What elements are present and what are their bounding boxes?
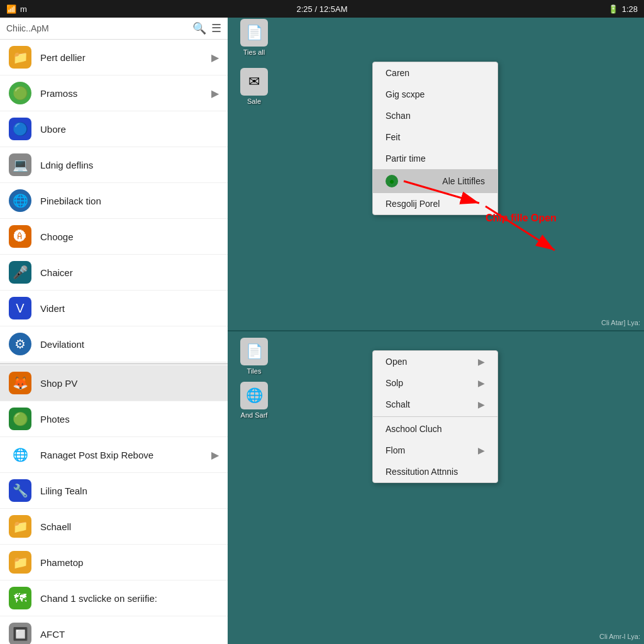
app-icon-10: 🦊: [9, 372, 31, 394]
context-item-label-top-6: Ale Littifles: [442, 176, 485, 186]
app-item-4[interactable]: 💻Ldnig deflins: [0, 147, 228, 183]
app-item-14[interactable]: 📁Schaell: [0, 509, 228, 545]
chip-fille-open-label: Chip fille Open: [486, 213, 557, 224]
app-item-5[interactable]: 🌐Pinebilack tion: [0, 183, 228, 219]
app-icon-17: 🔲: [9, 623, 31, 644]
app-label-15: Phametop: [40, 557, 219, 568]
context-item-arrow-bottom-2: ▶: [478, 378, 485, 388]
context-item-label-bottom-4: Aschool Cluch: [386, 424, 442, 434]
app-item-11[interactable]: 🟢Photes: [0, 401, 228, 437]
app-list: 📁Pert dellier▶🟢Pramoss▶🔵Ubore💻Ldnig defl…: [0, 40, 228, 644]
context-item-label-top-1: Caren: [386, 68, 409, 78]
wifi-icon: 📶: [6, 4, 16, 14]
app-icon-4: 💻: [9, 153, 31, 176]
hamburger-menu-icon[interactable]: ☰: [211, 21, 221, 35]
context-menu-item-top-5[interactable]: Partir time: [373, 148, 497, 169]
app-icon-14: 📁: [9, 515, 31, 538]
app-icon-16: 🗺: [9, 587, 31, 609]
app-icon-9: ⚙: [9, 333, 31, 355]
app-icon-6: 🅐: [9, 225, 31, 248]
context-menu-item-top-3[interactable]: Schan: [373, 105, 497, 126]
context-menu-item-top-2[interactable]: Gig scxpe: [373, 84, 497, 105]
app-item-17[interactable]: 🔲AFCT: [0, 616, 228, 644]
app-icon-5: 🌐: [9, 189, 31, 212]
app-icon-1: 📁: [9, 46, 31, 69]
app-icon-2: 🟢: [9, 82, 31, 104]
app-item-12[interactable]: 🌐Ranaget Post Bxip Rebove▶: [0, 437, 228, 473]
context-menu-item-bottom-6[interactable]: Ressitution Attnnis: [373, 461, 497, 482]
app-item-7[interactable]: 🎤Chaicer: [0, 255, 228, 291]
app-item-9[interactable]: ⚙Devilationt: [0, 326, 228, 362]
app-item-3[interactable]: 🔵Ubore: [0, 111, 228, 147]
app-icon-12: 🌐: [9, 443, 31, 466]
desktop-icon-img-sale: ✉: [240, 68, 268, 96]
app-label-5: Pinebilack tion: [40, 196, 219, 206]
app-label-11: Photes: [40, 414, 219, 425]
carrier-text: m: [20, 4, 27, 14]
app-item-2[interactable]: 🟢Pramoss▶: [0, 75, 228, 111]
app-item-13[interactable]: 🔧Liling Tealn: [0, 473, 228, 509]
app-item-10[interactable]: 🦊Shop PV: [0, 365, 228, 401]
desktop-icon-img-tiles-all: 📄: [240, 19, 268, 47]
app-label-8: Vidert: [40, 303, 219, 314]
context-menu-item-bottom-5[interactable]: Flom▶: [373, 440, 497, 461]
context-menu-item-top-7[interactable]: Resgolij Porel: [373, 193, 497, 214]
context-menu-top: CarenGig scxpeSchanFeitPartir time●Ale L…: [372, 62, 498, 215]
app-label-13: Liling Tealn: [40, 486, 219, 496]
app-item-1[interactable]: 📁Pert dellier▶: [0, 40, 228, 75]
battery-time: 1:28: [622, 4, 638, 14]
status-bar: 📶 m 2:25 / 12:5AM 🔋 1:28: [0, 0, 644, 18]
context-item-label-bottom-2: Solp: [386, 378, 403, 388]
app-icon-11: 🟢: [9, 408, 31, 430]
status-bar-right: 🔋 1:28: [608, 4, 638, 14]
app-item-15[interactable]: 📁Phametop: [0, 545, 228, 580]
context-item-label-bottom-1: Open: [386, 357, 407, 367]
app-label-10: Shop PV: [40, 378, 219, 389]
desktop-icon-tiles[interactable]: 📄Tiles: [234, 338, 274, 375]
desktop-icon-img-tiles: 📄: [240, 338, 268, 365]
context-menu-item-bottom-3[interactable]: Schalt▶: [373, 394, 497, 415]
app-icon-7: 🎤: [9, 261, 31, 284]
app-label-12: Ranaget Post Bxip Rebove: [40, 450, 203, 460]
search-input[interactable]: [6, 23, 187, 33]
app-icon-8: V: [9, 297, 31, 319]
app-label-2: Pramoss: [40, 88, 203, 99]
context-item-label-bottom-3: Schalt: [386, 399, 410, 409]
app-item-8[interactable]: VVidert: [0, 291, 228, 326]
app-label-4: Ldnig deflins: [40, 160, 219, 170]
context-item-label-top-2: Gig scxpe: [386, 89, 425, 99]
desktop-icon-tiles-all[interactable]: 📄Ties all: [234, 19, 274, 56]
context-item-label-bottom-5: Flom: [386, 445, 405, 455]
app-drawer: 🔍 ☰ 📁Pert dellier▶🟢Pramoss▶🔵Ubore💻Ldnig …: [0, 18, 228, 644]
main-area: 🔍 ☰ 📁Pert dellier▶🟢Pramoss▶🔵Ubore💻Ldnig …: [0, 18, 644, 644]
divider: [0, 364, 228, 364]
context-item-label-top-4: Feit: [386, 132, 400, 142]
app-icon-13: 🔧: [9, 479, 31, 502]
app-arrow-1: ▶: [211, 52, 219, 64]
corner-text-top: Cli Atar] Lya:: [601, 319, 640, 326]
signal-icon: 🔋: [608, 4, 618, 14]
app-label-1: Pert dellier: [40, 52, 203, 63]
context-menu-item-bottom-4[interactable]: Aschool Cluch: [373, 418, 497, 440]
context-menu-item-bottom-1[interactable]: Open▶: [373, 351, 497, 372]
desktop-icon-and-sarf[interactable]: 🌐And Sarf: [234, 382, 274, 419]
context-menu-bottom: Open▶Solp▶Schalt▶Aschool CluchFlom▶Ressi…: [372, 350, 498, 483]
context-item-arrow-bottom-1: ▶: [478, 357, 485, 367]
context-menu-item-top-6[interactable]: ●Ale Littifles: [373, 169, 497, 193]
context-item-icon-6: ●: [386, 175, 398, 187]
context-menu-item-bottom-2[interactable]: Solp▶: [373, 372, 497, 394]
desktop-icon-img-and-sarf: 🌐: [240, 382, 268, 409]
search-icon[interactable]: 🔍: [192, 21, 206, 35]
corner-text-bottom: Cli Amr-l Lya:: [599, 633, 640, 640]
context-menu-item-top-4[interactable]: Feit: [373, 126, 497, 148]
desktop-icon-sale[interactable]: ✉Sale: [234, 68, 274, 105]
app-label-14: Schaell: [40, 521, 219, 532]
app-label-3: Ubore: [40, 124, 219, 135]
app-item-16[interactable]: 🗺Chand 1 svclicke on seriifie:: [0, 580, 228, 616]
context-menu-item-top-1[interactable]: Caren: [373, 62, 497, 84]
app-item-6[interactable]: 🅐Chooge: [0, 219, 228, 255]
context-item-label-top-7: Resgolij Porel: [386, 199, 440, 209]
app-label-7: Chaicer: [40, 267, 219, 278]
context-item-label-top-5: Partir time: [386, 153, 426, 164]
context-item-arrow-bottom-5: ▶: [478, 445, 485, 455]
